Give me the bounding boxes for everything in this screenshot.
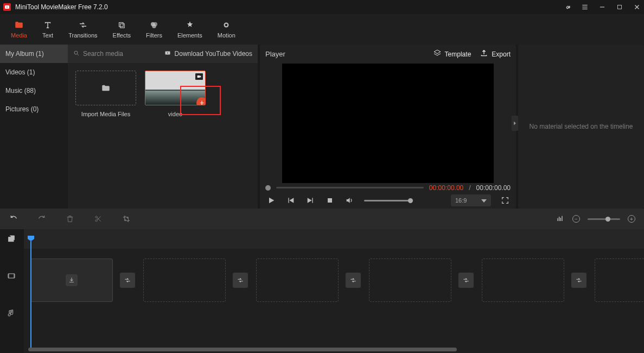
- unlock-icon[interactable]: [564, 3, 571, 11]
- transition-slot[interactable]: [346, 273, 361, 288]
- svg-rect-39: [14, 274, 15, 278]
- text-icon: [43, 20, 53, 30]
- motion-icon: [221, 20, 231, 30]
- menu-icon[interactable]: [581, 3, 589, 11]
- sidebar-item-album[interactable]: My Album (1): [0, 45, 68, 63]
- svg-rect-38: [8, 274, 9, 278]
- svg-line-17: [78, 54, 79, 55]
- stop-button[interactable]: [325, 196, 335, 205]
- svg-marker-26: [308, 198, 312, 203]
- titlebar: MiniTool MovieMaker Free 7.2.0: [0, 0, 644, 14]
- play-button[interactable]: [266, 196, 276, 205]
- volume-handle[interactable]: [408, 198, 413, 203]
- volume-slider[interactable]: [364, 200, 413, 201]
- tab-elements-label: Elements: [177, 32, 202, 39]
- elements-icon: [185, 20, 195, 30]
- aspect-ratio-value: 16:9: [455, 197, 467, 204]
- tab-media-label: Media: [11, 32, 27, 39]
- tab-transitions[interactable]: Transitions: [61, 14, 105, 45]
- chevron-down-icon: [481, 197, 487, 204]
- svg-marker-25: [289, 198, 294, 203]
- tab-filters-label: Filters: [146, 32, 162, 39]
- sidebar-item-label: Videos (1): [5, 68, 35, 76]
- timeline-ruler[interactable]: [24, 229, 644, 249]
- next-frame-button[interactable]: [305, 196, 315, 205]
- clip-slot[interactable]: [369, 259, 451, 302]
- tab-text[interactable]: Text: [35, 14, 61, 45]
- clip-slot[interactable]: [256, 259, 339, 302]
- effects-icon: [117, 20, 126, 30]
- redo-button[interactable]: [37, 214, 47, 224]
- add-track-button[interactable]: [7, 235, 17, 244]
- svg-marker-23: [269, 198, 274, 204]
- split-button[interactable]: [93, 214, 103, 224]
- timeline-scrollbar[interactable]: [28, 348, 457, 351]
- clip-slot[interactable]: [595, 259, 644, 302]
- import-media-button[interactable]: [75, 71, 136, 105]
- close-button[interactable]: [633, 3, 641, 11]
- audio-track-icon[interactable]: [7, 308, 17, 318]
- search-input[interactable]: [83, 50, 148, 58]
- zoom-slider[interactable]: [588, 218, 620, 220]
- time-current: 00:00:00.00: [429, 184, 463, 192]
- add-to-timeline-button[interactable]: +: [196, 97, 206, 105]
- transition-slot[interactable]: [571, 273, 586, 288]
- tab-effects[interactable]: Effects: [105, 14, 138, 45]
- download-icon: [164, 50, 171, 58]
- sidebar-item-videos[interactable]: Videos (1): [0, 63, 68, 81]
- app-icon: [3, 3, 11, 11]
- tab-filters[interactable]: Filters: [138, 14, 170, 45]
- media-sidebar: My Album (1) Videos (1) Music (88) Pictu…: [0, 45, 68, 209]
- audio-track[interactable]: [24, 312, 644, 344]
- import-media-label: Import Media Files: [81, 111, 130, 117]
- clip-slot[interactable]: [482, 259, 564, 302]
- tab-motion[interactable]: Motion: [210, 14, 243, 45]
- audio-level-button[interactable]: [555, 214, 565, 224]
- export-icon: [480, 49, 488, 59]
- tab-media[interactable]: Media: [3, 14, 35, 45]
- time-separator: /: [469, 184, 470, 192]
- minimize-button[interactable]: [598, 3, 606, 11]
- video-track-icon[interactable]: [7, 272, 17, 281]
- svg-rect-6: [618, 5, 622, 9]
- clip-slot[interactable]: [30, 259, 113, 302]
- template-button[interactable]: Template: [433, 49, 471, 59]
- seek-bar[interactable]: 00:00:00.00 / 00:00:00.00: [260, 183, 516, 192]
- playhead[interactable]: [30, 241, 31, 348]
- download-youtube-button[interactable]: Download YouTube Videos: [164, 50, 252, 58]
- tab-elements[interactable]: Elements: [170, 14, 210, 45]
- transition-slot[interactable]: [458, 273, 474, 288]
- zoom-out-button[interactable]: −: [572, 215, 580, 223]
- sidebar-item-music[interactable]: Music (88): [0, 81, 68, 100]
- crop-button[interactable]: [122, 214, 131, 224]
- volume-button[interactable]: [345, 196, 354, 205]
- clip-slot[interactable]: [143, 259, 226, 302]
- seek-handle[interactable]: [265, 185, 271, 191]
- media-clip[interactable]: + video: [145, 71, 206, 201]
- maximize-button[interactable]: [616, 3, 623, 11]
- transition-slot[interactable]: [120, 273, 135, 288]
- sidebar-item-pictures[interactable]: Pictures (0): [0, 100, 68, 118]
- undo-button[interactable]: [9, 214, 18, 224]
- player-viewport: [282, 64, 494, 183]
- svg-marker-21: [200, 75, 201, 77]
- tab-effects-label: Effects: [113, 32, 131, 39]
- transition-slot[interactable]: [233, 273, 248, 288]
- delete-button[interactable]: [65, 214, 75, 224]
- expand-inspector-button[interactable]: [512, 116, 518, 131]
- zoom-handle[interactable]: [605, 217, 610, 222]
- search-icon: [73, 50, 80, 58]
- time-total: 00:00:00.00: [476, 184, 511, 192]
- seek-track[interactable]: [276, 187, 424, 188]
- export-button[interactable]: Export: [480, 49, 511, 59]
- sidebar-item-label: Pictures (0): [5, 105, 39, 113]
- video-track[interactable]: [24, 249, 644, 312]
- zoom-in-button[interactable]: +: [628, 215, 635, 223]
- prev-frame-button[interactable]: [286, 196, 296, 205]
- aspect-ratio-select[interactable]: 16:9: [451, 194, 491, 206]
- filters-icon: [149, 20, 159, 30]
- player-panel: Player Template Export 00:00:00.00: [260, 45, 516, 209]
- svg-rect-27: [312, 198, 313, 203]
- fullscreen-button[interactable]: [501, 196, 509, 205]
- svg-rect-32: [557, 218, 558, 221]
